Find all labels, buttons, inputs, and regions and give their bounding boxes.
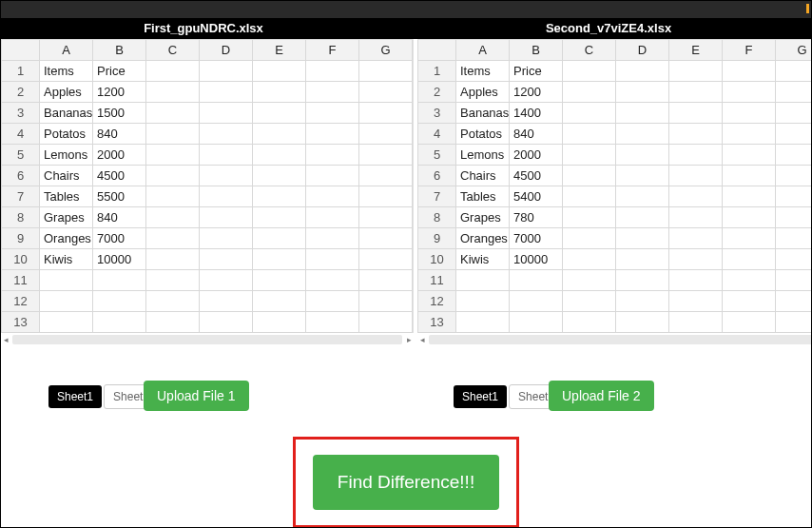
row-header[interactable]: 5 — [418, 145, 456, 166]
cell[interactable] — [93, 270, 146, 291]
cell[interactable]: Chairs — [40, 166, 93, 186]
cell[interactable] — [359, 291, 413, 312]
cell[interactable] — [563, 166, 616, 186]
cell[interactable] — [359, 249, 413, 270]
cell[interactable]: Items — [40, 61, 93, 82]
col-header[interactable]: F — [723, 40, 776, 61]
row-header[interactable]: 13 — [418, 312, 456, 333]
cell[interactable] — [723, 270, 776, 291]
cell[interactable] — [723, 145, 776, 166]
cell[interactable] — [200, 145, 253, 166]
cell[interactable] — [669, 312, 723, 333]
cell[interactable] — [253, 186, 306, 207]
cell[interactable]: 1500 — [93, 103, 146, 124]
cell[interactable] — [723, 82, 776, 103]
cell[interactable] — [146, 124, 200, 145]
cell[interactable] — [146, 145, 200, 166]
cell[interactable] — [723, 124, 776, 145]
cell[interactable] — [723, 291, 776, 312]
right-grid[interactable]: A B C D E F G 1ItemsPrice 2Apples1200 3B… — [417, 39, 812, 333]
cell[interactable]: 1200 — [93, 82, 146, 103]
col-header[interactable]: E — [253, 40, 306, 61]
cell[interactable]: Apples — [456, 82, 510, 103]
cell[interactable] — [616, 312, 669, 333]
cell[interactable] — [306, 186, 359, 207]
cell[interactable] — [776, 186, 813, 207]
cell[interactable] — [146, 166, 200, 186]
cell[interactable] — [253, 82, 306, 103]
cell[interactable] — [563, 186, 616, 207]
cell[interactable] — [723, 103, 776, 124]
cell[interactable] — [776, 312, 813, 333]
cell[interactable] — [669, 145, 723, 166]
cell[interactable]: Potatos — [456, 124, 510, 145]
row-header[interactable]: 12 — [418, 291, 456, 312]
cell[interactable]: 4500 — [510, 166, 563, 186]
cell[interactable] — [776, 249, 813, 270]
cell[interactable] — [306, 61, 359, 82]
row-header[interactable]: 8 — [418, 207, 456, 228]
cell[interactable] — [359, 228, 413, 249]
cell[interactable]: Bananas — [40, 103, 93, 124]
cell[interactable] — [253, 166, 306, 186]
cell[interactable] — [563, 207, 616, 228]
cell[interactable] — [200, 291, 253, 312]
scroll-track[interactable] — [429, 335, 812, 344]
col-header[interactable]: B — [93, 40, 146, 61]
cell[interactable]: Chairs — [456, 166, 510, 186]
col-header[interactable]: C — [563, 40, 616, 61]
cell[interactable] — [669, 82, 723, 103]
cell[interactable]: 840 — [93, 207, 146, 228]
cell[interactable] — [669, 103, 723, 124]
cell[interactable] — [253, 207, 306, 228]
cell[interactable] — [253, 61, 306, 82]
row-header[interactable]: 2 — [2, 82, 40, 103]
cell[interactable] — [146, 270, 200, 291]
scroll-track[interactable] — [12, 335, 402, 344]
row-header[interactable]: 4 — [2, 124, 40, 145]
row-header[interactable]: 11 — [418, 270, 456, 291]
cell[interactable]: Grapes — [456, 207, 510, 228]
cell[interactable] — [563, 145, 616, 166]
upload-file-2-button[interactable]: Upload File 2 — [549, 381, 654, 411]
cell[interactable]: Lemons — [40, 145, 93, 166]
cell[interactable] — [359, 82, 413, 103]
cell[interactable]: Oranges — [40, 228, 93, 249]
cell[interactable] — [510, 270, 563, 291]
col-header[interactable]: F — [306, 40, 359, 61]
cell[interactable] — [456, 291, 510, 312]
col-header[interactable]: A — [40, 40, 93, 61]
scroll-left-icon[interactable]: ◂ — [417, 335, 427, 344]
cell[interactable]: 780 — [510, 207, 563, 228]
cell[interactable] — [669, 207, 723, 228]
cell[interactable] — [776, 145, 813, 166]
cell[interactable]: 840 — [510, 124, 563, 145]
cell[interactable] — [776, 124, 813, 145]
cell[interactable] — [200, 82, 253, 103]
cell[interactable]: 10000 — [93, 249, 146, 270]
cell[interactable] — [616, 82, 669, 103]
right-horizontal-scrollbar[interactable]: ◂ ▸ — [417, 333, 812, 346]
left-horizontal-scrollbar[interactable]: ◂ ▸ — [1, 333, 414, 346]
cell[interactable]: 7000 — [510, 228, 563, 249]
cell[interactable] — [146, 291, 200, 312]
cell[interactable] — [669, 249, 723, 270]
cell[interactable] — [40, 291, 93, 312]
cell[interactable] — [359, 186, 413, 207]
cell[interactable] — [253, 312, 306, 333]
col-header[interactable]: D — [616, 40, 669, 61]
row-header[interactable]: 9 — [418, 228, 456, 249]
cell[interactable] — [456, 270, 510, 291]
row-header[interactable]: 3 — [418, 103, 456, 124]
cell[interactable]: 5400 — [510, 186, 563, 207]
row-header[interactable]: 4 — [418, 124, 456, 145]
cell[interactable] — [563, 270, 616, 291]
cell[interactable] — [253, 228, 306, 249]
cell[interactable] — [200, 207, 253, 228]
cell[interactable] — [306, 103, 359, 124]
cell[interactable] — [253, 249, 306, 270]
select-all-corner[interactable] — [2, 40, 40, 61]
cell[interactable] — [359, 207, 413, 228]
cell[interactable] — [563, 291, 616, 312]
scroll-right-icon[interactable]: ▸ — [404, 335, 414, 344]
